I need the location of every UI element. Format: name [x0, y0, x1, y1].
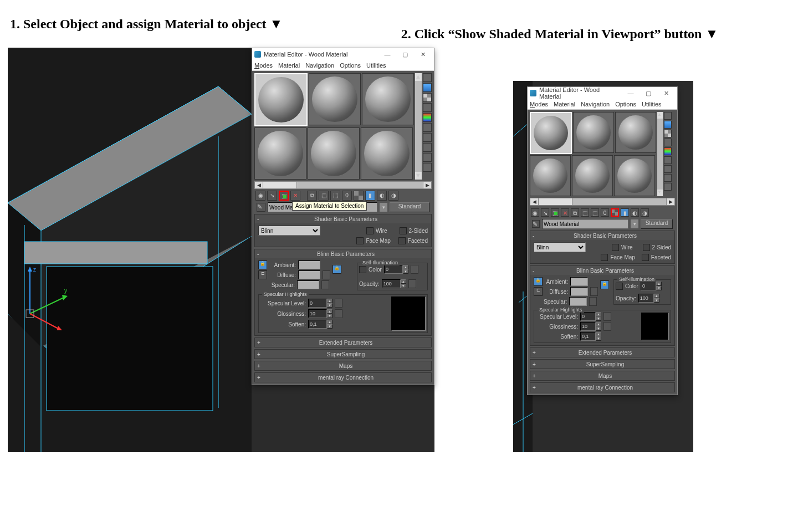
rollout-header[interactable]: -Shader Basic Parameters [530, 231, 674, 240]
speclevel-spinner[interactable]: ▲▼ [580, 312, 601, 321]
make-preview-icon[interactable] [423, 123, 432, 132]
color-lock-icon[interactable]: 🔒 [332, 265, 341, 274]
mentalray-rollout[interactable]: +mental ray Connection [254, 372, 432, 382]
pick-icon[interactable] [423, 153, 432, 162]
opacity-spinner[interactable]: ▲▼ [382, 279, 406, 288]
put-to-library-icon[interactable]: ⬚ [591, 208, 599, 217]
viewport-3d[interactable]: z y x [8, 48, 252, 452]
show-in-viewport-button[interactable] [611, 208, 619, 217]
go-forward-icon[interactable]: ◑ [388, 191, 398, 201]
go-to-parent-icon[interactable]: ◐ [631, 208, 639, 217]
rollout-header[interactable]: -Blinn Basic Parameters [530, 266, 674, 275]
backlight-icon[interactable] [664, 121, 672, 129]
facemap-checkbox[interactable] [601, 254, 608, 261]
scroll-left-icon[interactable]: ◀ [530, 198, 538, 205]
make-copy-icon[interactable]: ⧉ [571, 208, 579, 217]
gloss-spinner[interactable]: ▲▼ [308, 309, 332, 318]
sample-slot-4[interactable] [530, 155, 571, 196]
make-unique-icon[interactable]: ⬚ [319, 191, 329, 201]
vscroll-up[interactable]: ▲ [415, 73, 422, 81]
put-to-scene-icon[interactable]: ↘ [541, 208, 549, 217]
vscroll-down[interactable]: ▼ [415, 172, 422, 180]
twosided-checkbox[interactable] [400, 227, 407, 234]
make-unique-icon[interactable]: ⬚ [581, 208, 589, 217]
facemap-checkbox[interactable] [356, 237, 364, 244]
speclevel-spinner[interactable]: ▲▼ [308, 299, 332, 308]
gloss-map-button[interactable] [335, 309, 342, 318]
sample-slot-3[interactable] [362, 73, 414, 125]
show-in-viewport-button[interactable] [354, 191, 364, 201]
speclevel-map-button[interactable] [603, 312, 611, 321]
vscroll-up[interactable]: ▲ [657, 112, 663, 119]
sample-slot-1[interactable] [530, 112, 572, 154]
menu-options[interactable]: Options [615, 101, 636, 108]
faceted-checkbox[interactable] [642, 254, 649, 261]
make-copy-icon[interactable]: ⧉ [307, 191, 317, 201]
maximize-button[interactable]: ▢ [640, 90, 657, 97]
options-icon[interactable] [664, 165, 672, 173]
menu-material[interactable]: Material [554, 101, 575, 108]
material-name-field[interactable] [542, 219, 628, 229]
vscroll-down[interactable]: ▼ [657, 190, 663, 196]
get-material-icon[interactable]: ◉ [531, 208, 539, 217]
background-icon[interactable] [664, 130, 672, 137]
sample-slot-6[interactable] [614, 155, 655, 196]
menu-utilities[interactable]: Utilities [642, 101, 661, 108]
color-spinner[interactable]: ▲▼ [641, 282, 662, 290]
material-id-icon[interactable]: 0 [342, 191, 352, 201]
shader-select[interactable]: Blinn [258, 226, 320, 236]
color-checkbox[interactable] [616, 283, 623, 290]
video-color-icon[interactable] [423, 113, 432, 122]
options-icon[interactable] [423, 133, 432, 142]
twosided-checkbox[interactable] [643, 244, 650, 251]
diffuse-map-button[interactable] [323, 270, 330, 279]
specular-swatch[interactable] [569, 297, 587, 306]
reset-map-icon[interactable]: ✕ [561, 208, 569, 217]
close-button[interactable]: ✕ [414, 51, 432, 58]
select-by-material-icon[interactable] [664, 174, 672, 182]
go-to-parent-icon[interactable]: ◐ [377, 191, 387, 201]
gloss-spinner[interactable]: ▲▼ [580, 322, 601, 331]
speclevel-map-button[interactable] [335, 299, 342, 308]
diffuse-swatch[interactable] [298, 270, 320, 279]
menu-material[interactable]: Material [278, 62, 300, 69]
maximize-button[interactable]: ▢ [396, 51, 414, 58]
mentalray-rollout[interactable]: +mental ray Connection [530, 382, 675, 392]
menu-navigation[interactable]: Navigation [581, 101, 610, 108]
assign-material-button[interactable]: ⬚ [551, 208, 559, 217]
sample-slot-2[interactable] [309, 73, 361, 125]
eyedropper-icon[interactable]: ✎ [257, 203, 265, 212]
supersampling-rollout[interactable]: +SuperSampling [254, 349, 432, 359]
rollout-header[interactable]: -Shader Basic Parameters [255, 214, 431, 223]
maps-rollout[interactable]: +Maps [530, 371, 675, 381]
material-type-button[interactable]: Standard [641, 219, 673, 229]
show-end-result-icon[interactable]: ▮ [621, 208, 629, 217]
soften-spinner[interactable]: ▲▼ [308, 320, 332, 329]
gloss-map-button[interactable] [603, 322, 611, 331]
ambient-swatch[interactable] [570, 277, 588, 286]
name-dropdown-icon[interactable]: ▾ [631, 219, 638, 228]
menu-options[interactable]: Options [340, 62, 361, 69]
pick-icon[interactable] [664, 183, 672, 191]
color-map-button[interactable] [411, 265, 418, 274]
rollout-header[interactable]: -Blinn Basic Parameters [255, 249, 431, 258]
faceted-checkbox[interactable] [398, 237, 406, 244]
diffuse-swatch[interactable] [570, 287, 588, 296]
material-type-button[interactable]: Standard [390, 202, 429, 212]
material-id-icon[interactable]: 0 [601, 208, 609, 217]
count-icon[interactable] [423, 163, 432, 172]
specular-map-button[interactable] [589, 297, 597, 306]
put-to-scene-icon[interactable]: ↘ [267, 191, 277, 201]
specular-swatch[interactable] [297, 280, 319, 289]
backlight-icon[interactable] [423, 83, 432, 92]
diffuse-map-button[interactable] [590, 287, 598, 296]
minimize-button[interactable]: — [622, 90, 640, 96]
name-dropdown-icon[interactable]: ▾ [380, 203, 387, 212]
ambient-lock-icon[interactable]: 🔒 [258, 260, 267, 269]
sample-hscroll[interactable]: ◀▶ [254, 181, 432, 189]
sample-slot-4[interactable] [254, 127, 306, 180]
scroll-right-icon[interactable]: ▶ [423, 182, 431, 188]
ambient-lock-icon[interactable]: 🔒 [534, 277, 543, 286]
sample-slot-5[interactable] [308, 127, 360, 180]
make-preview-icon[interactable] [664, 156, 672, 164]
